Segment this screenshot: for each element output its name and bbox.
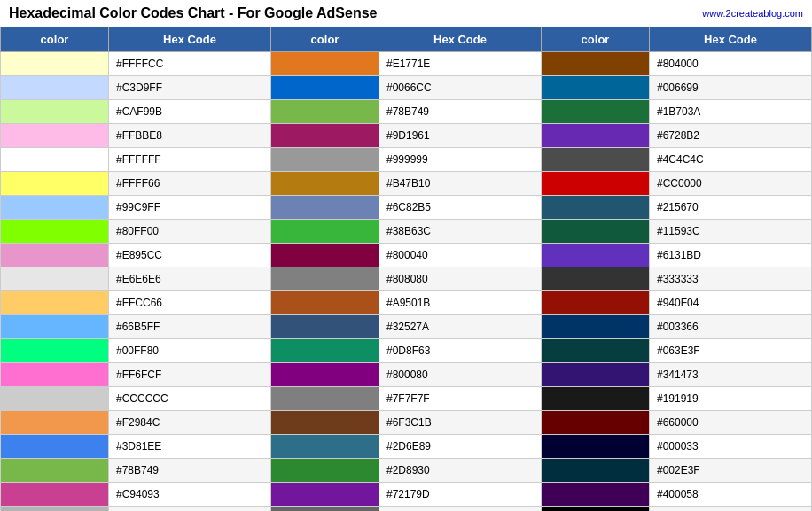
hex-code-2: #2D6E89 [379,435,542,459]
hex-code-1: #F2984C [109,411,271,435]
hex-code-1: #66B5FF [109,315,271,339]
hex-code-3: #11593C [650,220,812,244]
color-swatch-2 [271,507,379,512]
hex-code-3: #1B703A [650,100,812,124]
table-row: #78B749#2D8930#002E3F [1,459,812,483]
hex-code-3: #400058 [650,483,812,507]
hex-code-2: #800040 [379,244,542,267]
hex-code-1: #99C9FF [109,196,271,220]
hex-code-2: #0D8F63 [379,339,542,363]
hex-code-2: #72179D [379,483,542,507]
page-header: Hexadecimal Color Codes Chart - For Goog… [0,0,812,27]
hex-code-3: #CC0000 [650,172,812,196]
hex-code-1: #E6E6E6 [109,267,271,291]
hex-code-1: #CCCCCC [109,387,271,411]
table-row: #FFFF66#B47B10#CC0000 [1,172,812,196]
color-swatch-2 [271,387,379,411]
hex-code-3: #063E3F [650,339,812,363]
hex-code-1: #3D81EE [109,435,271,459]
hex-code-1: #C3D9FF [109,76,271,100]
hex-code-2: #0066CC [379,76,542,100]
hex-code-2: #6C82B5 [379,196,542,220]
page-title: Hexadecimal Color Codes Chart - For Goog… [9,5,378,21]
table-row: #FFFFFF#999999#4C4C4C [1,148,812,172]
col-header-hex2: Hex Code [379,27,542,52]
table-row: #FFCC66#A9501B#940F04 [1,291,812,315]
color-swatch-1 [1,76,109,100]
hex-code-3: #333333 [650,267,812,291]
website-url: www.2createablog.com [702,8,803,19]
hex-code-3: #6728B2 [650,124,812,148]
color-swatch-2 [271,339,379,363]
color-swatch-2 [271,76,379,100]
hex-code-2: #2D8930 [379,459,542,483]
hex-code-3: #006699 [650,76,812,100]
hex-code-2: #38B63C [379,220,542,244]
color-swatch-2 [271,267,379,291]
hex-code-2: #999999 [379,148,542,172]
hex-code-1: #FFFFCC [109,52,271,76]
col-header-hex1: Hex Code [109,27,271,52]
color-swatch-2 [271,196,379,220]
color-swatch-1 [1,244,109,267]
hex-code-2: #7F7F7F [379,387,542,411]
color-swatch-3 [542,100,650,124]
color-swatch-2 [271,435,379,459]
hex-code-3: #804000 [650,52,812,76]
color-swatch-3 [542,339,650,363]
hex-code-2: #6F3C1B [379,411,542,435]
hex-code-3: #6131BD [650,244,812,267]
hex-code-1: #FFCC66 [109,291,271,315]
color-swatch-1 [1,267,109,291]
table-row: #00FF80#0D8F63#063E3F [1,339,812,363]
hex-code-3: #003366 [650,315,812,339]
color-swatch-3 [542,172,650,196]
color-swatch-1 [1,315,109,339]
color-swatch-3 [542,244,650,267]
color-swatch-3 [542,507,650,512]
table-row: #66B5FF#32527A#003366 [1,315,812,339]
hex-code-2: #78B749 [379,100,542,124]
color-swatch-1 [1,124,109,148]
color-swatch-2 [271,244,379,267]
color-swatch-3 [542,363,650,387]
color-swatch-2 [271,220,379,244]
hex-code-1: #C94093 [109,483,271,507]
table-row: #FFBBE8#9D1961#6728B2 [1,124,812,148]
col-header-color1: color [1,27,109,52]
hex-code-3: #002E3F [650,459,812,483]
table-row: #3D81EE#2D6E89#000033 [1,435,812,459]
color-swatch-3 [542,220,650,244]
hex-code-2: #9D1961 [379,124,542,148]
color-swatch-2 [271,411,379,435]
hex-code-2: #32527A [379,315,542,339]
color-swatch-3 [542,196,650,220]
color-swatch-3 [542,148,650,172]
color-swatch-2 [271,363,379,387]
color-swatch-1 [1,220,109,244]
hex-code-1: #B3B3B3 [109,507,271,512]
color-swatch-2 [271,291,379,315]
hex-code-2: #666666 [379,507,542,512]
hex-code-1: #FFFFFF [109,148,271,172]
color-swatch-2 [271,52,379,76]
table-row: #B3B3B3#666666#000000 [1,507,812,512]
hex-code-1: #E895CC [109,244,271,267]
hex-code-1: #FF6FCF [109,363,271,387]
hex-code-2: #808080 [379,267,542,291]
color-swatch-3 [542,76,650,100]
color-swatch-3 [542,124,650,148]
color-swatch-3 [542,435,650,459]
hex-code-3: #940F04 [650,291,812,315]
table-row: #CAF99B#78B749#1B703A [1,100,812,124]
col-header-color2: color [271,27,379,52]
color-swatch-3 [542,459,650,483]
color-swatch-3 [542,411,650,435]
hex-code-1: #80FF00 [109,220,271,244]
hex-code-2: #800080 [379,363,542,387]
color-swatch-1 [1,148,109,172]
color-swatch-2 [271,315,379,339]
color-swatch-3 [542,267,650,291]
color-swatch-1 [1,196,109,220]
color-table: color Hex Code color Hex Code color Hex … [0,27,812,511]
